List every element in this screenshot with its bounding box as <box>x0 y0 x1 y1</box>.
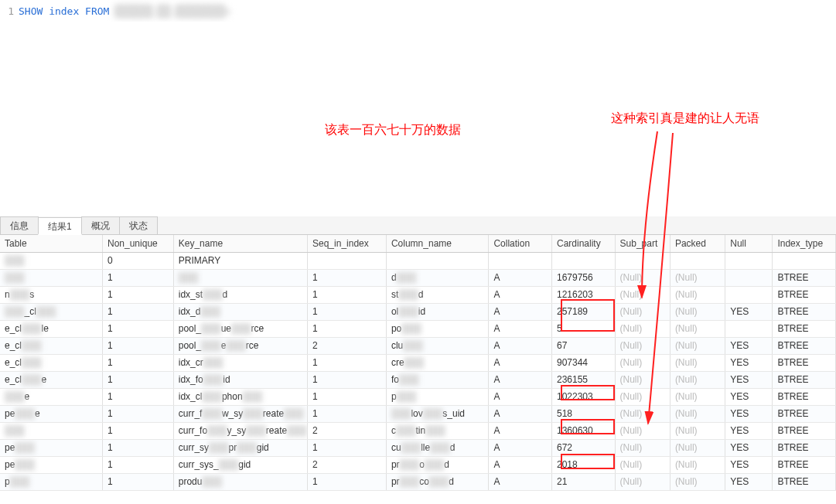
cell-key[interactable]: curr_sys_███gid <box>173 456 307 473</box>
cell-col[interactable]: st███d <box>386 286 489 303</box>
cell-sub[interactable]: (Null) <box>615 473 670 490</box>
table-row[interactable]: pe███1curr_sy███pr███gid1cu███lle███dA67… <box>0 439 836 456</box>
cell-col[interactable]: cu███lle███d <box>386 439 489 456</box>
cell-coll[interactable]: A <box>489 439 552 456</box>
cell-sub[interactable] <box>615 252 670 269</box>
cell-key[interactable]: idx_fo███id <box>173 371 307 388</box>
cell-coll[interactable]: A <box>489 269 552 286</box>
cell-packed[interactable]: (Null) <box>670 320 725 337</box>
cell-key[interactable]: pool_███ue███rce <box>173 320 307 337</box>
cell-itype[interactable] <box>773 252 836 269</box>
table-row[interactable]: pe███e1curr_f███w_sy███reate███1███lov██… <box>0 405 836 422</box>
cell-key[interactable]: curr_f███w_sy███reate███ <box>173 405 307 422</box>
tab-结果1[interactable]: 结果1 <box>38 217 82 235</box>
cell-table[interactable]: e_cl███e <box>0 371 103 388</box>
table-row[interactable]: e_cl███1pool_███e███rce2clu███A67(Null)(… <box>0 337 836 354</box>
cell-non_unique[interactable]: 1 <box>103 439 174 456</box>
column-header[interactable]: Table <box>0 235 103 252</box>
cell-non_unique[interactable]: 1 <box>103 371 174 388</box>
cell-packed[interactable] <box>670 252 725 269</box>
cell-non_unique[interactable]: 1 <box>103 456 174 473</box>
cell-coll[interactable]: A <box>489 337 552 354</box>
cell-packed[interactable]: (Null) <box>670 303 725 320</box>
cell-packed[interactable]: (Null) <box>670 439 725 456</box>
cell-table[interactable]: pe███ <box>0 439 103 456</box>
cell-card[interactable]: 67 <box>551 337 615 354</box>
cell-non_unique[interactable]: 1 <box>103 473 174 490</box>
cell-seq[interactable]: 2 <box>308 422 387 439</box>
index-result-grid[interactable]: TableNon_uniqueKey_nameSeq_in_indexColum… <box>0 235 836 491</box>
cell-card[interactable]: 257189 <box>551 303 615 320</box>
cell-coll[interactable]: A <box>489 371 552 388</box>
cell-itype[interactable]: BTREE <box>773 269 836 286</box>
cell-non_unique[interactable]: 1 <box>103 388 174 405</box>
cell-table[interactable]: ███ <box>0 422 103 439</box>
cell-col[interactable]: cre███ <box>386 354 489 371</box>
table-row[interactable]: pe███1curr_sys_███gid2pr███o███dA2018(Nu… <box>0 456 836 473</box>
cell-table[interactable]: ███ <box>0 269 103 286</box>
cell-coll[interactable]: A <box>489 473 552 490</box>
cell-col[interactable]: d███ <box>386 269 489 286</box>
table-row[interactable]: ███1███1d███A1679756(Null)(Null)BTREE <box>0 269 836 286</box>
cell-non_unique[interactable]: 1 <box>103 337 174 354</box>
cell-sub[interactable]: (Null) <box>615 422 670 439</box>
cell-key[interactable]: idx_cl███phon███ <box>173 388 307 405</box>
cell-key[interactable]: idx_st███d <box>173 286 307 303</box>
cell-packed[interactable]: (Null) <box>670 388 725 405</box>
cell-itype[interactable]: BTREE <box>773 337 836 354</box>
cell-sub[interactable]: (Null) <box>615 269 670 286</box>
cell-col[interactable] <box>386 252 489 269</box>
cell-seq[interactable]: 1 <box>308 473 387 490</box>
cell-card[interactable]: 236155 <box>551 371 615 388</box>
cell-seq[interactable]: 1 <box>308 405 387 422</box>
cell-col[interactable]: ███lov███s_uid <box>386 405 489 422</box>
cell-itype[interactable]: BTREE <box>773 303 836 320</box>
cell-packed[interactable]: (Null) <box>670 269 725 286</box>
cell-coll[interactable]: A <box>489 456 552 473</box>
cell-seq[interactable]: 1 <box>308 303 387 320</box>
cell-table[interactable]: e_cl███le <box>0 320 103 337</box>
cell-packed[interactable]: (Null) <box>670 371 725 388</box>
cell-itype[interactable]: BTREE <box>773 354 836 371</box>
cell-packed[interactable]: (Null) <box>670 354 725 371</box>
cell-key[interactable]: produ███ <box>173 473 307 490</box>
cell-itype[interactable]: BTREE <box>773 405 836 422</box>
cell-card[interactable]: 672 <box>551 439 615 456</box>
cell-packed[interactable]: (Null) <box>670 456 725 473</box>
cell-nul[interactable]: YES <box>725 303 773 320</box>
cell-col[interactable]: ol███id <box>386 303 489 320</box>
cell-table[interactable]: n███s <box>0 286 103 303</box>
table-row[interactable]: ███0PRIMARY <box>0 252 836 269</box>
cell-table[interactable]: e_cl███ <box>0 337 103 354</box>
column-header[interactable]: Non_unique <box>103 235 174 252</box>
column-header[interactable]: Cardinality <box>551 235 615 252</box>
cell-non_unique[interactable]: 1 <box>103 405 174 422</box>
cell-card[interactable] <box>551 252 615 269</box>
cell-table[interactable]: ███ <box>0 252 103 269</box>
cell-sub[interactable]: (Null) <box>615 388 670 405</box>
cell-nul[interactable] <box>725 269 773 286</box>
cell-table[interactable]: pe███e <box>0 405 103 422</box>
cell-key[interactable]: PRIMARY <box>173 252 307 269</box>
cell-seq[interactable]: 1 <box>308 286 387 303</box>
cell-nul[interactable] <box>725 252 773 269</box>
cell-card[interactable]: 1679756 <box>551 269 615 286</box>
cell-seq[interactable]: 1 <box>308 371 387 388</box>
table-row[interactable]: ███1curr_fo███y_sy███reate███2c███tin███… <box>0 422 836 439</box>
cell-packed[interactable]: (Null) <box>670 337 725 354</box>
cell-non_unique[interactable]: 1 <box>103 422 174 439</box>
cell-coll[interactable]: A <box>489 388 552 405</box>
cell-coll[interactable]: A <box>489 303 552 320</box>
cell-card[interactable]: 1022303 <box>551 388 615 405</box>
column-header[interactable]: Seq_in_index <box>308 235 387 252</box>
cell-col[interactable]: pr███co███d <box>386 473 489 490</box>
cell-col[interactable]: pr███o███d <box>386 456 489 473</box>
cell-nul[interactable]: YES <box>725 473 773 490</box>
cell-seq[interactable]: 2 <box>308 456 387 473</box>
cell-sub[interactable]: (Null) <box>615 337 670 354</box>
cell-key[interactable]: ███ <box>173 269 307 286</box>
cell-col[interactable]: clu███ <box>386 337 489 354</box>
cell-nul[interactable]: YES <box>725 388 773 405</box>
cell-non_unique[interactable]: 0 <box>103 252 174 269</box>
cell-col[interactable]: p███ <box>386 388 489 405</box>
